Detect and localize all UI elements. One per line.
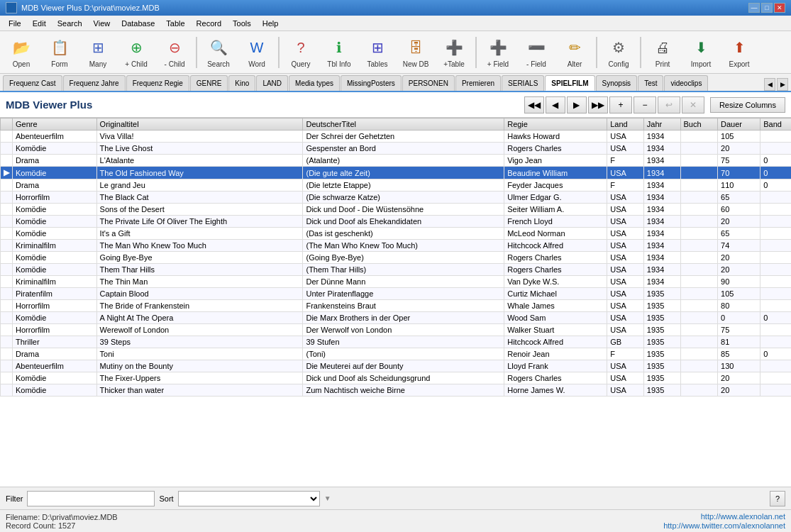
table-row[interactable]: DramaToni(Toni)Renoir JeanF1935850 — [1, 348, 792, 360]
toolbar-many-button[interactable]: ⊞Many — [79, 33, 116, 72]
toolbar-open-button[interactable]: 📂Open — [3, 33, 40, 72]
col-band[interactable]: Band — [760, 118, 791, 131]
tab-scroll-left[interactable]: ◀ — [764, 78, 775, 91]
website-link[interactable]: http://www.alexnolan.net — [701, 512, 785, 521]
toolbar-child-minus-button[interactable]: ⊖- Child — [156, 33, 193, 72]
col-originaltitel[interactable]: Originaltitel — [96, 118, 303, 131]
table-row[interactable]: KomödieSons of the DesertDick und Doof -… — [1, 204, 792, 216]
col-regie[interactable]: Regie — [504, 118, 607, 131]
tab-kino[interactable]: Kino — [228, 75, 255, 91]
toolbar-query-button[interactable]: ?Query — [282, 33, 319, 72]
menu-item-help[interactable]: Help — [257, 18, 284, 29]
toolbar-tblinfo-button[interactable]: ℹTbl Info — [321, 33, 358, 72]
table-row[interactable]: HorrorfilmWerewolf of LondonDer Werwolf … — [1, 324, 792, 336]
toolbar-config-button[interactable]: ⚙Config — [600, 33, 637, 72]
toolbar-import-button[interactable]: ⬇Import — [682, 33, 719, 72]
table-row[interactable]: DramaLe grand Jeu(Die letzte Etappe)Feyd… — [1, 179, 792, 192]
table-row[interactable]: DramaL'Atalante(Atalante)Vigo JeanF19347… — [1, 155, 792, 167]
menu-item-record[interactable]: Record — [191, 18, 227, 29]
toolbar-print-button[interactable]: 🖨Print — [644, 33, 681, 72]
table-row[interactable]: KomödieGoing Bye-Bye(Going Bye-Bye)Roger… — [1, 252, 792, 264]
nav-undo-button[interactable]: ↩ — [658, 96, 680, 113]
toolbar-export-button[interactable]: ⬆Export — [721, 33, 758, 72]
col-jahr[interactable]: Jahr — [643, 118, 680, 131]
tab-premieren[interactable]: Premieren — [455, 75, 501, 91]
tab-serials[interactable]: SERIALS — [502, 75, 544, 91]
col-dauer[interactable]: Dauer — [718, 118, 760, 131]
help-button[interactable]: ? — [770, 491, 785, 506]
sort-select[interactable] — [178, 491, 320, 506]
table-row[interactable]: AbenteuerfilmMutiny on the BountyDie Meu… — [1, 360, 792, 372]
toolbar-addtable-button[interactable]: ➕+Table — [436, 33, 472, 72]
toolbar-form-button[interactable]: 📋Form — [41, 33, 78, 72]
resize-columns-button[interactable]: Resize Columns — [710, 97, 785, 113]
table-row[interactable]: HorrorfilmThe Bride of FrankensteinFrank… — [1, 300, 792, 312]
twitter-link[interactable]: http://www.twitter.com/alexnolannet — [663, 521, 785, 530]
table-row[interactable]: KomödieThe Private Life Of Oliver The Ei… — [1, 216, 792, 228]
nav-first-button[interactable]: ◀◀ — [524, 96, 544, 113]
menu-item-file[interactable]: File — [3, 18, 27, 29]
nav-add-button[interactable]: + — [609, 96, 632, 113]
toolbar-newdb-button[interactable]: 🗄New DB — [397, 33, 434, 72]
tab-personen[interactable]: PERSONEN — [402, 75, 455, 91]
tab-spielfilm[interactable]: SPIELFILM — [545, 75, 594, 91]
toolbar-addtable-label: +Table — [443, 60, 465, 68]
nav-delete-button[interactable]: − — [634, 96, 656, 113]
cell-jahr: 1935 — [643, 372, 680, 384]
nav-last-button[interactable]: ▶▶ — [588, 96, 608, 113]
tab-land[interactable]: LAND — [256, 75, 288, 91]
col-genre[interactable]: Genre — [13, 118, 97, 131]
table-row[interactable]: KomödieIt's a Gift(Das ist geschenkt)McL… — [1, 228, 792, 240]
table-row[interactable]: KomödieThicker than waterZum Nachtisch w… — [1, 384, 792, 397]
filter-input[interactable] — [27, 491, 155, 506]
tab-media-types[interactable]: Media types — [289, 75, 340, 91]
nav-next-button[interactable]: ▶ — [567, 96, 587, 113]
toolbar-child-plus-button[interactable]: ⊕+ Child — [118, 33, 155, 72]
close-button[interactable]: ✕ — [774, 3, 785, 13]
table-row[interactable]: KomödieA Night At The OperaDie Marx Brot… — [1, 312, 792, 324]
toolbar-addfield-button[interactable]: ➕+ Field — [480, 33, 516, 72]
tab-frequenz-regie[interactable]: Frequenz Regie — [126, 75, 189, 91]
cell-regie: Seiter William A. — [504, 204, 607, 216]
menu-item-edit[interactable]: Edit — [27, 18, 52, 29]
tab-missingposters[interactable]: MissingPosters — [341, 75, 402, 91]
nav-cancel-button[interactable]: ✕ — [682, 96, 704, 113]
table-row[interactable]: KomödieThe Fixer-UppersDick und Doof als… — [1, 372, 792, 384]
table-row[interactable]: Thriller39 Steps39 StufenHitchcock Alfre… — [1, 336, 792, 348]
table-row[interactable]: AbenteuerfilmViva Villa!Der Schrei der G… — [1, 131, 792, 143]
tab-scroll-right[interactable]: ▶ — [777, 78, 788, 91]
tab-frequenz-jahre[interactable]: Frequenz Jahre — [63, 75, 126, 91]
toolbar-word-button[interactable]: WWord — [238, 33, 275, 72]
cell-band — [760, 216, 791, 228]
col-indicator[interactable] — [1, 118, 13, 131]
table-row[interactable]: HorrorfilmThe Black Cat(Die schwarze Kat… — [1, 192, 792, 204]
tab-frequenz-cast[interactable]: Frequenz Cast — [3, 75, 62, 91]
toolbar-tables-button[interactable]: ⊞Tables — [359, 33, 396, 72]
table-row[interactable]: KomödieThem Thar Hills(Them Thar Hills)R… — [1, 264, 792, 276]
menu-item-tools[interactable]: Tools — [227, 18, 257, 29]
menu-item-view[interactable]: View — [88, 18, 116, 29]
table-row[interactable]: KomödieThe Live GhostGespenster an BordR… — [1, 143, 792, 155]
tab-synopsis[interactable]: Synopsis — [596, 75, 638, 91]
menu-item-search[interactable]: Search — [52, 18, 88, 29]
toolbar-alter-button[interactable]: ✏Alter — [556, 33, 593, 72]
table-row[interactable]: PiratenfilmCaptain BloodUnter Piratenfla… — [1, 288, 792, 300]
col-land[interactable]: Land — [607, 118, 644, 131]
row-indicator — [1, 300, 13, 312]
maximize-button[interactable]: □ — [761, 3, 773, 13]
menu-item-table[interactable]: Table — [160, 18, 190, 29]
tab-test[interactable]: Test — [638, 75, 663, 91]
nav-prev-button[interactable]: ◀ — [546, 96, 565, 113]
toolbar-search-button[interactable]: 🔍Search — [200, 33, 237, 72]
table-row[interactable]: KriminalfilmThe Man Who Knew Too Much(Th… — [1, 240, 792, 252]
toolbar-delfield-button[interactable]: ➖- Field — [518, 33, 555, 72]
col-deutschertitel[interactable]: DeutscherTitel — [303, 118, 504, 131]
menu-item-database[interactable]: Database — [116, 18, 160, 29]
tab-videoclips[interactable]: videoclips — [664, 75, 708, 91]
col-buch[interactable]: Buch — [680, 118, 718, 131]
table-row[interactable]: ▶KomödieThe Old Fashioned Way(Die gute a… — [1, 167, 792, 179]
data-table-container[interactable]: Genre Originaltitel DeutscherTitel Regie… — [0, 118, 791, 487]
tab-genre[interactable]: GENRE — [190, 75, 228, 91]
table-row[interactable]: KriminalfilmThe Thin ManDer Dünne MannVa… — [1, 276, 792, 288]
minimize-button[interactable]: — — [748, 3, 760, 13]
